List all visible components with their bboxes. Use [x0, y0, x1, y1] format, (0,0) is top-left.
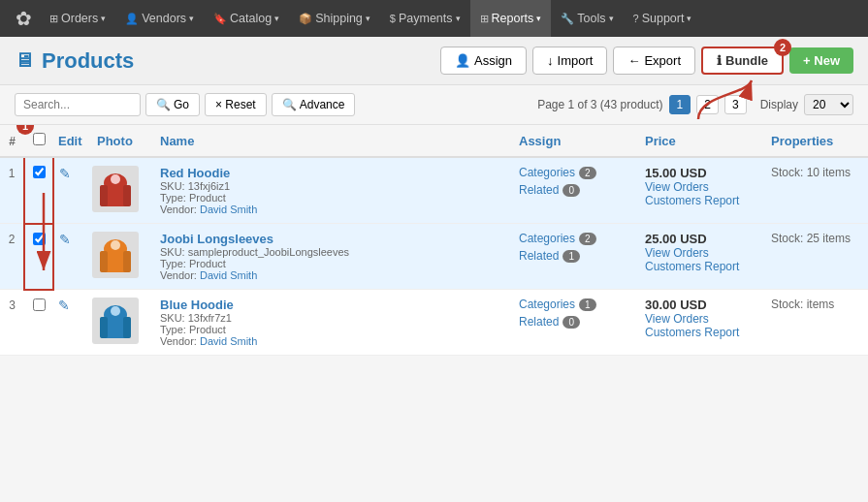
- row-3-price: 30.00 USD: [645, 298, 752, 312]
- hoodie-blue-icon: [92, 298, 139, 344]
- svg-rect-15: [123, 317, 131, 338]
- row-1-properties: Stock: 10 items: [771, 166, 858, 179]
- row-3-vendor-label: Vendor: David Smith: [160, 335, 499, 347]
- main-content: # 1 Edit Photo Name Assign Price Propert…: [0, 125, 868, 356]
- row-2-categories-link[interactable]: Categories 2: [519, 232, 626, 245]
- row-1-name[interactable]: Red Hoodie: [160, 166, 499, 180]
- row-1-related-badge: 0: [563, 184, 580, 197]
- row-1-customers-report[interactable]: Customers Report: [645, 194, 752, 207]
- nav-item-payments[interactable]: $ Payments ▾: [380, 0, 470, 37]
- page-title: 🖥 Products: [15, 48, 134, 74]
- row-3-related-link[interactable]: Related 0: [519, 315, 626, 329]
- row-1-categories-badge: 2: [579, 167, 596, 179]
- advance-button[interactable]: 🔍 Advance: [272, 93, 356, 116]
- row-3-name[interactable]: Blue Hoodie: [160, 298, 499, 312]
- page-2-button[interactable]: 2: [696, 95, 719, 114]
- search-icon: 🔍: [156, 98, 171, 111]
- top-nav: ✿ ⊞ Orders ▾ 👤 Vendors ▾ 🔖 Catalog ▾ 📦 S…: [0, 0, 868, 37]
- row-3-vendor-link[interactable]: David Smith: [200, 335, 257, 347]
- monitor-icon: 🖥: [15, 49, 34, 72]
- select-all-checkbox[interactable]: [33, 133, 46, 145]
- row-3-properties: Stock: items: [771, 298, 858, 311]
- hoodie-red-icon: [92, 166, 139, 212]
- nav-item-tools[interactable]: 🔧 Tools ▾: [551, 0, 623, 37]
- go-button[interactable]: 🔍 Go: [145, 93, 200, 116]
- bundle-icon: ℹ: [717, 53, 722, 68]
- row-3-sku: SKU: 13fxfr7z1: [160, 312, 499, 324]
- row-1-checkbox[interactable]: [33, 166, 46, 178]
- header-buttons: 👤 Assign ↓ Import ← Export ℹ Bundle 2 +: [440, 47, 853, 75]
- row-1-view-orders[interactable]: View Orders: [645, 180, 752, 194]
- svg-rect-9: [100, 251, 108, 272]
- import-icon: ↓: [547, 53, 554, 68]
- row-2-related-link[interactable]: Related 1: [519, 249, 626, 263]
- hoodie-orange-icon: [92, 232, 139, 278]
- row-1-price: 15.00 USD: [645, 166, 752, 180]
- row-3-customers-report[interactable]: Customers Report: [645, 326, 752, 339]
- row-3-categories-link[interactable]: Categories 1: [519, 298, 626, 311]
- products-table: # 1 Edit Photo Name Assign Price Propert…: [0, 125, 868, 356]
- search-input[interactable]: [15, 93, 141, 116]
- bundle-button[interactable]: ℹ Bundle 2: [701, 47, 784, 75]
- row-3-related-badge: 0: [563, 316, 580, 329]
- row-3-view-orders[interactable]: View Orders: [645, 312, 752, 326]
- nav-item-shipping[interactable]: 📦 Shipping ▾: [289, 0, 380, 37]
- row-2-checkbox[interactable]: [33, 233, 46, 245]
- row-2-vendor-label: Vendor: David Smith: [160, 269, 499, 281]
- svg-point-8: [111, 240, 120, 250]
- toolbar-row: 🔍 Go × Reset 🔍 Advance Page 1 of 3 (43 p…: [0, 85, 868, 125]
- row-3-type: Type: Product: [160, 324, 499, 335]
- row-2-name[interactable]: Joobi Longsleeves: [160, 232, 499, 246]
- search-group: 🔍 Go × Reset 🔍 Advance: [15, 93, 355, 116]
- nav-item-catalog[interactable]: 🔖 Catalog ▾: [204, 0, 289, 37]
- logo[interactable]: ✿: [8, 7, 40, 30]
- row-2-price: 25.00 USD: [645, 232, 752, 246]
- row-2-vendor-link[interactable]: David Smith: [200, 269, 257, 281]
- row-3-categories-badge: 1: [579, 298, 596, 311]
- nav-item-reports[interactable]: ⊞ Reports ▾: [470, 0, 552, 37]
- row-3-edit-icon[interactable]: ✎: [58, 298, 70, 313]
- nav-item-vendors[interactable]: 👤 Vendors ▾: [115, 0, 204, 37]
- svg-rect-10: [123, 251, 131, 272]
- display-select[interactable]: 20 50 100: [804, 94, 853, 115]
- display-label: Display: [760, 98, 798, 111]
- row-1-edit-icon[interactable]: ✎: [59, 166, 71, 181]
- row-1-categories-link[interactable]: Categories 2: [519, 166, 626, 179]
- new-button[interactable]: + New: [789, 47, 853, 74]
- row-1-sku: SKU: 13fxj6iz1: [160, 180, 499, 192]
- row-2-sku: SKU: sampleproduct_JoobiLongsleeves: [160, 246, 499, 258]
- row-2-photo: [92, 232, 139, 278]
- row-3-checkbox[interactable]: [33, 298, 46, 311]
- row-1-vendor-link[interactable]: David Smith: [200, 204, 257, 215]
- row-1-photo: [92, 166, 139, 212]
- row-number-3: 3: [9, 298, 16, 312]
- row-1-related-link[interactable]: Related 0: [519, 183, 626, 197]
- pagination-group: Page 1 of 3 (43 product) 1 2 3 Display 2…: [537, 94, 853, 115]
- reset-button[interactable]: × Reset: [205, 93, 267, 116]
- row-2-type: Type: Product: [160, 258, 499, 269]
- row-2-edit-icon[interactable]: ✎: [59, 232, 71, 247]
- export-button[interactable]: ← Export: [613, 47, 695, 75]
- page-3-button[interactable]: 3: [724, 95, 747, 114]
- nav-item-orders[interactable]: ⊞ Orders ▾: [40, 0, 115, 37]
- row-2-related-badge: 1: [563, 250, 580, 263]
- page-1-button[interactable]: 1: [669, 95, 691, 114]
- export-icon: ←: [627, 53, 640, 68]
- svg-rect-14: [100, 317, 108, 338]
- bundle-badge: 2: [774, 39, 791, 56]
- import-button[interactable]: ↓ Import: [532, 47, 607, 75]
- nav-item-support[interactable]: ? Support ▾: [624, 0, 702, 37]
- page-header: 🖥 Products 👤 Assign ↓ Import ← Export ℹ …: [0, 37, 868, 85]
- row-1-type: Type: Product: [160, 192, 499, 204]
- row-num-header: #: [9, 135, 16, 148]
- assign-button[interactable]: 👤 Assign: [440, 47, 527, 75]
- row-2-customers-report[interactable]: Customers Report: [645, 260, 752, 273]
- pagination-info: Page 1 of 3 (43 product): [537, 98, 662, 111]
- row-3-photo: [92, 298, 139, 344]
- svg-rect-4: [100, 185, 108, 206]
- table-row: 3 ✎: [0, 290, 868, 356]
- row-2-view-orders[interactable]: View Orders: [645, 246, 752, 260]
- svg-point-13: [111, 306, 120, 316]
- row-1-vendor-label: Vendor: David Smith: [160, 204, 499, 215]
- row-2-categories-badge: 2: [579, 233, 596, 245]
